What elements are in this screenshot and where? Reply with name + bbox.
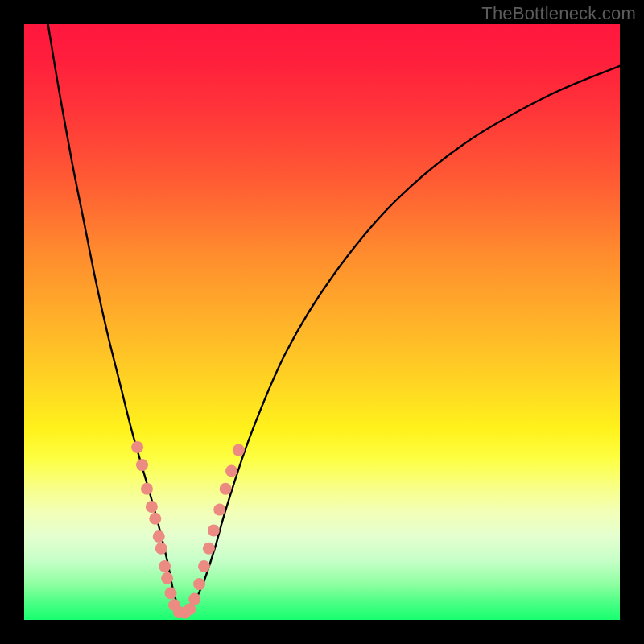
marker-dot: [149, 513, 161, 525]
marker-dot: [159, 560, 171, 572]
curve-layer: [24, 24, 620, 620]
bottleneck-curve: [48, 24, 620, 614]
marker-dot: [136, 459, 148, 471]
watermark-label: TheBottleneck.com: [481, 3, 636, 24]
marker-dot: [193, 578, 205, 590]
marker-dot: [198, 560, 210, 572]
marker-dot: [225, 465, 237, 477]
marker-dot: [203, 543, 215, 555]
marker-dot: [220, 483, 232, 495]
marker-group: [131, 441, 245, 619]
marker-dot: [233, 444, 245, 456]
marker-dot: [141, 483, 153, 495]
plot-area: [24, 24, 620, 620]
marker-dot: [131, 441, 143, 453]
marker-dot: [153, 530, 165, 543]
marker-dot: [188, 593, 200, 605]
outer-frame: TheBottleneck.com: [0, 0, 644, 644]
marker-dot: [213, 504, 225, 516]
marker-dot: [208, 525, 220, 537]
marker-dot: [165, 587, 177, 599]
marker-dot: [161, 572, 173, 584]
marker-dot: [146, 501, 158, 513]
marker-dot: [155, 543, 167, 555]
